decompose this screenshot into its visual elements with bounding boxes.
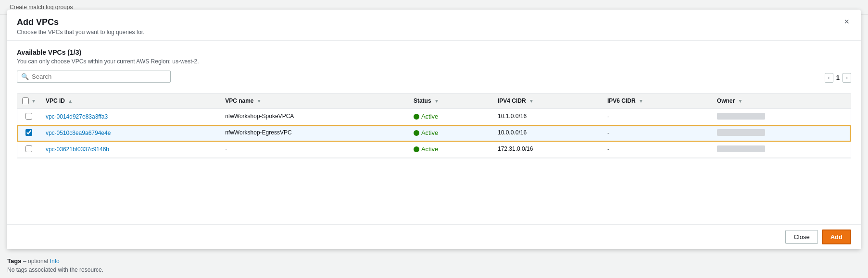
select-all-checkbox[interactable] <box>22 97 29 104</box>
owner-sort-icon: ▼ <box>738 98 743 104</box>
vpc-name-cell: - <box>220 142 409 158</box>
status-dot-icon <box>414 130 419 136</box>
vpc-id-sort-icon: ▲ <box>68 98 73 104</box>
search-icon: 🔍 <box>21 73 29 80</box>
modal-close-button[interactable]: × <box>842 17 851 26</box>
owner-cell <box>712 109 851 125</box>
th-vpc-name-label: VPC name <box>225 97 253 104</box>
pagination-current-page: 1 <box>836 74 840 81</box>
close-button[interactable]: Close <box>785 230 818 244</box>
modal-title: Add VPCs <box>17 17 145 27</box>
vpc-id-link[interactable]: vpc-0510c8ea9a6794e4e <box>46 130 111 136</box>
vpc-id-link[interactable]: vpc-03621bf0337c9146b <box>46 146 109 153</box>
modal: Add VPCs Choose the VPCs that you want t… <box>7 10 861 249</box>
th-owner: Owner ▼ <box>712 94 851 109</box>
row-checkbox-cell <box>17 142 41 158</box>
ipv4-cidr-cell: 10.1.0.0/16 <box>493 109 603 125</box>
th-owner-label: Owner <box>717 97 735 104</box>
tags-info-link[interactable]: Info <box>50 258 60 265</box>
owner-blurred <box>717 129 765 136</box>
table-header-row: ▼ VPC ID ▲ VPC name ▼ <box>17 94 851 109</box>
status-badge: Active <box>421 145 438 153</box>
vpcs-table-container: ▼ VPC ID ▲ VPC name ▼ <box>17 93 851 158</box>
vpc-id-cell: vpc-0510c8ea9a6794e4e <box>41 125 220 142</box>
pagination-controls: ‹ 1 › <box>825 73 851 83</box>
checkbox-col-sort-icon: ▼ <box>31 98 36 104</box>
section-note: You can only choose VPCs within your cur… <box>17 58 851 65</box>
vpc-name-cell: nfwWorkshop-EgressVPC <box>220 125 409 142</box>
table-body: vpc-0014d927e83a3ffa3nfwWorkshop-SpokeVP… <box>17 109 851 158</box>
vpc-id-cell: vpc-0014d927e83a3ffa3 <box>41 109 220 125</box>
th-ipv4-label: IPV4 CIDR <box>498 97 526 104</box>
th-status[interactable]: Status ▼ <box>409 94 493 109</box>
ipv6-cidr-cell: - <box>603 109 712 125</box>
page-background: Create match log groups Add VPCs Choose … <box>0 0 868 278</box>
th-vpc-name[interactable]: VPC name ▼ <box>220 94 409 109</box>
ipv4-cidr-cell: 10.0.0.0/16 <box>493 125 603 142</box>
ipv4-cidr-cell: 172.31.0.0/16 <box>493 142 603 158</box>
owner-cell <box>712 142 851 158</box>
tags-optional-label: – optional <box>23 258 48 265</box>
modal-header: Add VPCs Choose the VPCs that you want t… <box>7 10 861 41</box>
row-checkbox-0[interactable] <box>25 113 32 120</box>
th-vpc-id[interactable]: VPC ID ▲ <box>41 94 220 109</box>
owner-blurred <box>717 113 765 120</box>
vpc-name-cell: nfwWorkshop-SpokeVPCA <box>220 109 409 125</box>
status-badge: Active <box>421 113 438 120</box>
status-dot-icon <box>414 114 419 120</box>
th-checkbox: ▼ <box>17 94 41 109</box>
pagination-prev-button[interactable]: ‹ <box>825 73 833 83</box>
vpc-id-cell: vpc-03621bf0337c9146b <box>41 142 220 158</box>
modal-body: Available VPCs (1/3) You can only choose… <box>7 41 861 224</box>
th-ipv4-cidr[interactable]: IPV4 CIDR ▼ <box>493 94 603 109</box>
status-sort-icon: ▼ <box>434 98 439 104</box>
pagination-next-button[interactable]: › <box>843 73 851 83</box>
ipv6-sort-icon: ▼ <box>639 98 643 104</box>
vpc-name-sort-icon: ▼ <box>257 98 262 104</box>
ipv6-cidr-cell: - <box>603 125 712 142</box>
add-button[interactable]: Add <box>822 230 851 244</box>
status-cell: Active <box>409 142 493 158</box>
tags-section: Tags – optional Info No tags associated … <box>7 257 103 273</box>
modal-subtitle: Choose the VPCs that you want to log que… <box>17 29 145 36</box>
section-title: Available VPCs <box>17 48 65 56</box>
status-cell: Active <box>409 125 493 142</box>
vpc-id-link[interactable]: vpc-0014d927e83a3ffa3 <box>46 113 108 120</box>
search-bar[interactable]: 🔍 <box>17 71 171 83</box>
modal-header-text: Add VPCs Choose the VPCs that you want t… <box>17 17 145 36</box>
owner-blurred <box>717 145 765 152</box>
th-ipv6-label: IPV6 CIDR <box>607 97 636 104</box>
section-header: Available VPCs (1/3) <box>17 48 851 56</box>
vpcs-table: ▼ VPC ID ▲ VPC name ▼ <box>17 94 851 158</box>
row-checkbox-1[interactable] <box>25 129 32 136</box>
table-row[interactable]: vpc-0510c8ea9a6794e4enfwWorkshop-EgressV… <box>17 125 851 142</box>
th-vpc-id-label: VPC ID <box>46 97 65 104</box>
th-ipv6-cidr[interactable]: IPV6 CIDR ▼ <box>603 94 712 109</box>
ipv6-cidr-cell: - <box>603 142 712 158</box>
table-row[interactable]: vpc-03621bf0337c9146b-Active172.31.0.0/1… <box>17 142 851 158</box>
row-checkbox-cell <box>17 109 41 125</box>
vpc-count: (1/3) <box>67 48 81 56</box>
status-cell: Active <box>409 109 493 125</box>
search-input[interactable] <box>32 73 166 80</box>
status-dot-icon <box>414 146 419 152</box>
no-tags-text: No tags associated with the resource. <box>7 266 103 273</box>
row-checkbox-2[interactable] <box>25 145 32 152</box>
ipv4-sort-icon: ▼ <box>529 98 534 104</box>
th-status-label: Status <box>414 97 431 104</box>
modal-footer: Close Add <box>7 224 861 249</box>
table-row[interactable]: vpc-0014d927e83a3ffa3nfwWorkshop-SpokeVP… <box>17 109 851 125</box>
tags-label: Tags <box>7 257 21 265</box>
row-checkbox-cell <box>17 125 41 142</box>
status-badge: Active <box>421 129 438 136</box>
owner-cell <box>712 125 851 142</box>
